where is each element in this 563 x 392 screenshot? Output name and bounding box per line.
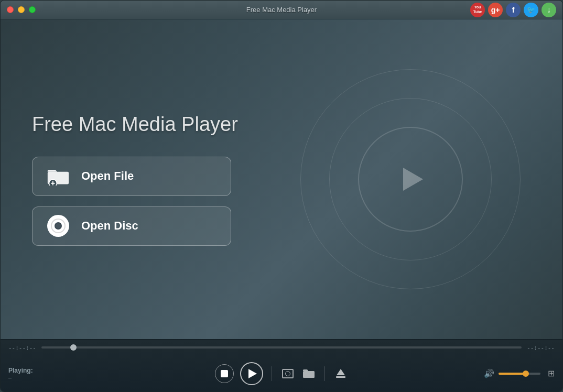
close-button[interactable] bbox=[7, 6, 14, 13]
progress-row: --:--:-- --:--:-- bbox=[1, 340, 562, 355]
open-folder-button[interactable] bbox=[301, 366, 316, 381]
bottom-bar: --:--:-- --:--:-- Playing: – bbox=[1, 339, 562, 391]
time-start: --:--:-- bbox=[8, 344, 36, 351]
volume-fill bbox=[499, 373, 526, 375]
download-icon[interactable]: ↓ bbox=[542, 3, 556, 17]
playing-value: – bbox=[8, 374, 87, 380]
time-end: --:--:-- bbox=[527, 344, 555, 351]
youtube-icon[interactable]: You Tube bbox=[470, 3, 485, 17]
controls-row: Playing: – bbox=[1, 355, 562, 391]
open-file-label: Open File bbox=[81, 169, 134, 183]
volume-thumb[interactable] bbox=[523, 371, 529, 377]
eject-icon bbox=[336, 369, 345, 378]
progress-track[interactable] bbox=[41, 346, 522, 349]
stop-button[interactable] bbox=[215, 364, 234, 383]
right-controls: 🔊 ⊞ bbox=[484, 368, 555, 378]
volume-icon[interactable]: 🔊 bbox=[484, 368, 494, 378]
volume-track[interactable] bbox=[499, 373, 540, 375]
app-window: Free Mac Media Player You Tube g+ f 🐦 ↓ bbox=[0, 0, 563, 392]
progress-thumb[interactable] bbox=[70, 344, 77, 351]
disc-icon bbox=[46, 213, 71, 238]
open-disc-button[interactable]: Open Disc bbox=[32, 206, 231, 246]
window-controls bbox=[7, 6, 36, 13]
app-title: Free Mac Media Player bbox=[32, 113, 238, 136]
inner-ring bbox=[358, 127, 463, 232]
decorative-circles bbox=[300, 69, 521, 289]
stop-icon bbox=[221, 370, 228, 377]
googleplus-icon[interactable]: g+ bbox=[488, 3, 503, 17]
title-bar: Free Mac Media Player You Tube g+ f 🐦 ↓ bbox=[1, 1, 562, 19]
separator-1 bbox=[272, 366, 272, 381]
minimize-button[interactable] bbox=[18, 6, 25, 13]
playback-controls bbox=[215, 362, 348, 385]
play-button[interactable] bbox=[240, 362, 263, 385]
open-disc-label: Open Disc bbox=[81, 219, 138, 233]
separator-2 bbox=[324, 366, 325, 381]
folder-icon bbox=[46, 164, 71, 189]
facebook-icon[interactable]: f bbox=[506, 3, 521, 17]
eject-button[interactable] bbox=[333, 366, 348, 381]
playing-info: Playing: – bbox=[8, 367, 87, 380]
main-content: Free Mac Media Player Open File bbox=[1, 19, 562, 339]
screenshot-icon bbox=[282, 369, 294, 378]
twitter-icon[interactable]: 🐦 bbox=[524, 3, 538, 17]
play-icon bbox=[248, 369, 257, 378]
playing-label: Playing: bbox=[8, 367, 87, 374]
left-panel: Free Mac Media Player Open File bbox=[32, 113, 238, 246]
svg-rect-4 bbox=[303, 371, 315, 378]
screenshot-button[interactable] bbox=[280, 366, 295, 381]
play-decoration bbox=[403, 168, 423, 191]
fullscreen-button[interactable]: ⊞ bbox=[548, 368, 555, 378]
folder-open-icon bbox=[302, 368, 315, 379]
social-icons-bar: You Tube g+ f 🐦 ↓ bbox=[470, 3, 556, 17]
open-file-button[interactable]: Open File bbox=[32, 157, 231, 196]
maximize-button[interactable] bbox=[29, 6, 36, 13]
window-title: Free Mac Media Player bbox=[246, 6, 317, 14]
